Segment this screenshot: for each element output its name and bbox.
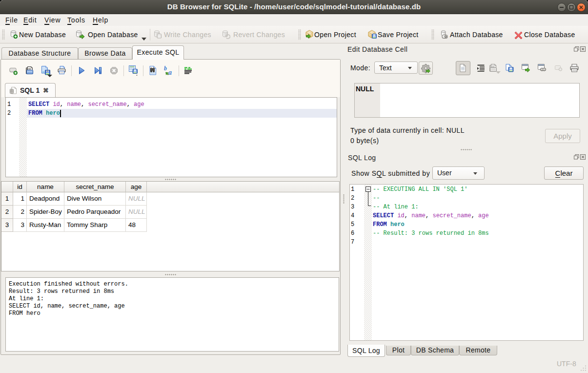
svg-text:a: a xyxy=(168,69,172,76)
svg-text:b: b xyxy=(164,65,167,72)
